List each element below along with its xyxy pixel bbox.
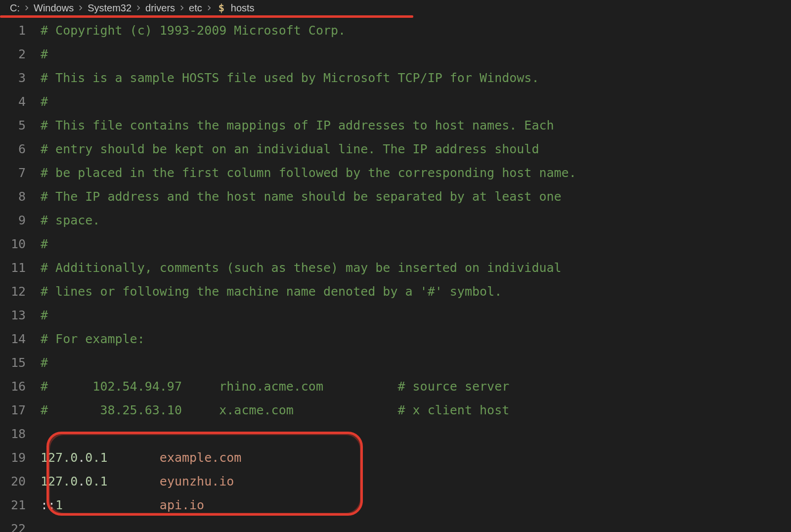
- dollar-file-icon: $: [216, 2, 227, 13]
- code-line[interactable]: 14# For example:: [0, 327, 791, 351]
- token-comment: #: [41, 237, 48, 251]
- code-content[interactable]: # be placed in the first column followed…: [41, 161, 791, 185]
- breadcrumb: C: Windows System32 drivers etc $ hosts: [0, 0, 791, 16]
- token-number: 0.1: [85, 450, 107, 465]
- token-comment: # lines or following the machine name de…: [41, 284, 502, 299]
- line-number: 8: [0, 185, 41, 209]
- line-number: 1: [0, 19, 41, 43]
- line-number: 10: [0, 232, 41, 256]
- token-plain: .: [78, 450, 85, 465]
- token-number: 127.0: [41, 450, 78, 465]
- code-content[interactable]: # Copyright (c) 1993-2009 Microsoft Corp…: [41, 19, 791, 43]
- code-content[interactable]: # lines or following the machine name de…: [41, 280, 791, 304]
- breadcrumb-segment[interactable]: C:: [10, 2, 20, 14]
- line-number: 18: [0, 422, 41, 446]
- line-number: 21: [0, 493, 41, 517]
- token-plain: .: [78, 474, 85, 488]
- token-host: api.io: [160, 498, 204, 512]
- chevron-right-icon: [179, 5, 185, 11]
- line-number: 17: [0, 399, 41, 422]
- code-line[interactable]: 20127.0.0.1 eyunzhu.io: [0, 470, 791, 493]
- code-line[interactable]: 15#: [0, 351, 791, 375]
- chevron-right-icon: [24, 5, 30, 11]
- line-number: 6: [0, 137, 41, 161]
- line-number: 3: [0, 66, 41, 90]
- line-number: 2: [0, 43, 41, 66]
- token-plain: ::: [41, 498, 55, 512]
- code-line[interactable]: 21::1 api.io: [0, 493, 791, 517]
- code-line[interactable]: 1# Copyright (c) 1993-2009 Microsoft Cor…: [0, 19, 791, 43]
- code-line[interactable]: 19127.0.0.1 example.com: [0, 446, 791, 470]
- code-line[interactable]: 3# This is a sample HOSTS file used by M…: [0, 66, 791, 90]
- token-comment: # entry should be kept on an individual …: [41, 142, 539, 156]
- line-number: 12: [0, 280, 41, 304]
- code-content[interactable]: #: [41, 232, 791, 256]
- code-content[interactable]: 127.0.0.1 example.com: [41, 446, 791, 470]
- code-content[interactable]: # The IP address and the host name shoul…: [41, 185, 791, 209]
- token-comment: # space.: [41, 213, 100, 227]
- code-line[interactable]: 16# 102.54.94.97 rhino.acme.com # source…: [0, 375, 791, 399]
- token-number: 127.0: [41, 474, 78, 488]
- token-comment: #: [41, 94, 48, 109]
- code-line[interactable]: 2#: [0, 43, 791, 66]
- code-content[interactable]: #: [41, 304, 791, 327]
- code-line[interactable]: 12# lines or following the machine name …: [0, 280, 791, 304]
- code-content[interactable]: #: [41, 43, 791, 66]
- code-line[interactable]: 4#: [0, 90, 791, 114]
- token-plain: [107, 474, 159, 488]
- line-number: 9: [0, 209, 41, 232]
- code-content[interactable]: # This file contains the mappings of IP …: [41, 114, 791, 137]
- token-comment: # Additionally, comments (such as these)…: [41, 261, 562, 275]
- code-content[interactable]: # 102.54.94.97 rhino.acme.com # source s…: [41, 375, 791, 399]
- code-line[interactable]: 22: [0, 517, 791, 532]
- code-line[interactable]: 18: [0, 422, 791, 446]
- code-line[interactable]: 13#: [0, 304, 791, 327]
- token-comment: # 38.25.63.10 x.acme.com # x client host: [41, 403, 509, 417]
- code-line[interactable]: 9# space.: [0, 209, 791, 232]
- code-content[interactable]: # For example:: [41, 327, 791, 351]
- token-comment: # be placed in the first column followed…: [41, 166, 576, 180]
- breadcrumb-segment[interactable]: Windows: [34, 2, 74, 14]
- line-number: 19: [0, 446, 41, 470]
- code-content[interactable]: # This is a sample HOSTS file used by Mi…: [41, 66, 791, 90]
- breadcrumb-segment[interactable]: etc: [189, 2, 202, 14]
- code-line[interactable]: 8# The IP address and the host name shou…: [0, 185, 791, 209]
- chevron-right-icon: [78, 5, 84, 11]
- token-comment: #: [41, 308, 48, 322]
- token-comment: # For example:: [41, 332, 145, 346]
- breadcrumb-segment[interactable]: drivers: [145, 2, 175, 14]
- token-comment: # The IP address and the host name shoul…: [41, 189, 562, 204]
- code-line[interactable]: 6# entry should be kept on an individual…: [0, 137, 791, 161]
- line-number: 14: [0, 327, 41, 351]
- breadcrumb-file[interactable]: hosts: [231, 2, 255, 14]
- token-plain: [107, 450, 159, 465]
- breadcrumb-segment[interactable]: System32: [88, 2, 132, 14]
- line-number: 13: [0, 304, 41, 327]
- code-content[interactable]: #: [41, 90, 791, 114]
- code-content[interactable]: #: [41, 351, 791, 375]
- code-editor[interactable]: 1# Copyright (c) 1993-2009 Microsoft Cor…: [0, 16, 791, 532]
- code-content[interactable]: # space.: [41, 209, 791, 232]
- line-number: 16: [0, 375, 41, 399]
- token-number: 1: [55, 498, 63, 512]
- token-comment: # 102.54.94.97 rhino.acme.com # source s…: [41, 379, 509, 394]
- code-content[interactable]: ::1 api.io: [41, 493, 791, 517]
- line-number: 7: [0, 161, 41, 185]
- code-content[interactable]: # 38.25.63.10 x.acme.com # x client host: [41, 399, 791, 422]
- code-content[interactable]: # Additionally, comments (such as these)…: [41, 256, 791, 280]
- code-line[interactable]: 5# This file contains the mappings of IP…: [0, 114, 791, 137]
- chevron-right-icon: [206, 5, 212, 11]
- code-line[interactable]: 7# be placed in the first column followe…: [0, 161, 791, 185]
- token-comment: # This is a sample HOSTS file used by Mi…: [41, 71, 539, 85]
- code-line[interactable]: 10#: [0, 232, 791, 256]
- token-comment: #: [41, 47, 48, 61]
- chevron-right-icon: [135, 5, 141, 11]
- code-content[interactable]: # entry should be kept on an individual …: [41, 137, 791, 161]
- token-number: 0.1: [85, 474, 107, 488]
- line-number: 15: [0, 351, 41, 375]
- code-content[interactable]: 127.0.0.1 eyunzhu.io: [41, 470, 791, 493]
- line-number: 4: [0, 90, 41, 114]
- code-line[interactable]: 17# 38.25.63.10 x.acme.com # x client ho…: [0, 399, 791, 422]
- code-line[interactable]: 11# Additionally, comments (such as thes…: [0, 256, 791, 280]
- line-number: 5: [0, 114, 41, 137]
